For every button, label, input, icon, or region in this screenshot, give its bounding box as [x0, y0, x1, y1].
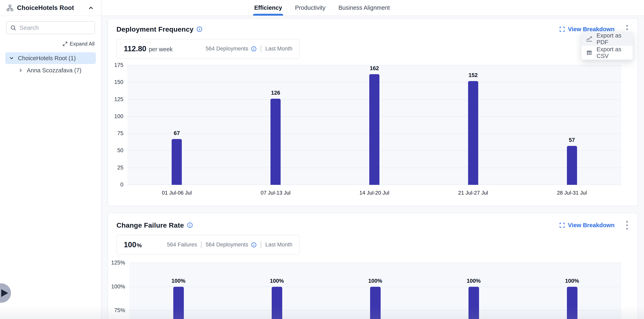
- main-area: Efficiency Productivity Business Alignme…: [102, 0, 644, 319]
- period-label: Last Month: [265, 46, 292, 52]
- chart-bar[interactable]: [468, 287, 479, 319]
- menu-item-export-pdf[interactable]: Export as PDF: [582, 32, 633, 46]
- play-triangle-icon: [1, 289, 8, 297]
- chart-bar[interactable]: [272, 287, 282, 319]
- y-axis-label: 50: [107, 147, 123, 154]
- chart-bar[interactable]: [468, 81, 478, 185]
- org-hierarchy-icon: [6, 4, 14, 12]
- chart-bar[interactable]: [172, 139, 182, 185]
- tree-item-label: ChoiceHotels Root (1): [18, 55, 76, 62]
- chevron-up-icon: [88, 5, 94, 11]
- y-axis-label: 75: [107, 130, 123, 137]
- tab-efficiency[interactable]: Efficiency: [254, 0, 282, 15]
- view-breakdown-button[interactable]: View Breakdown: [559, 222, 614, 229]
- bar-value-label: 100%: [556, 278, 588, 284]
- separator: [261, 45, 261, 52]
- bar-value-label: 67: [160, 130, 193, 136]
- stat-value: 100: [124, 241, 136, 249]
- chart-bar[interactable]: [270, 99, 280, 185]
- bar-value-label: 57: [556, 137, 588, 143]
- bar-value-label: 100%: [162, 278, 195, 284]
- chart-bar[interactable]: [369, 74, 380, 185]
- kebab-menu-button[interactable]: [624, 220, 630, 230]
- stat-unit: per week: [149, 46, 173, 53]
- org-tree: ChoiceHotels Root (1) Anna Scozzafava (7…: [0, 52, 101, 76]
- sidebar-title: ChoiceHotels Root: [17, 4, 74, 11]
- bar-value-label: 100%: [261, 278, 293, 284]
- fullscreen-icon: [559, 222, 565, 228]
- deployment-frequency-card: Deployment Frequency View Breakdown: [108, 18, 638, 206]
- active-tab-underline: [253, 14, 283, 15]
- tab-bar: Efficiency Productivity Business Alignme…: [102, 0, 644, 16]
- content: Deployment Frequency View Breakdown: [102, 16, 644, 319]
- fullscreen-icon: [559, 26, 565, 32]
- chart-bar[interactable]: [567, 287, 578, 319]
- chart-bar[interactable]: [567, 146, 577, 185]
- deployments-count: 564 Deployments: [206, 46, 248, 52]
- gridline: [129, 263, 621, 263]
- table-icon: [586, 49, 592, 56]
- info-icon[interactable]: [187, 222, 193, 228]
- expand-all-label: Expand All: [70, 41, 94, 47]
- sidebar-collapse-button[interactable]: [87, 4, 95, 12]
- y-axis-label: 100%: [109, 284, 125, 290]
- change-failure-rate-card: Change Failure Rate View Breakdown: [108, 213, 638, 319]
- stat-value: 112.80: [124, 44, 146, 53]
- stat-summary: 100 % 564 Failures 564 Deployments Last …: [116, 235, 300, 255]
- x-axis-label: 21 Jul-27 Jul: [441, 190, 506, 196]
- view-breakdown-button[interactable]: View Breakdown: [559, 26, 614, 33]
- tree-item-anna-scozzafava[interactable]: Anna Scozzafava (7): [5, 64, 96, 76]
- y-axis-label: 25: [107, 165, 123, 171]
- tab-business-alignment[interactable]: Business Alignment: [338, 0, 390, 15]
- search-input[interactable]: [20, 24, 91, 31]
- x-axis-label: 07 Jul-13 Jul: [243, 190, 308, 196]
- x-axis-label: 01 Jul-06 Jul: [144, 190, 209, 196]
- chart-bar[interactable]: [370, 287, 381, 319]
- y-axis-label: 0: [107, 182, 123, 188]
- bar-value-label: 100%: [359, 278, 392, 284]
- stat-unit: %: [137, 242, 142, 249]
- card-title: Change Failure Rate: [116, 221, 184, 229]
- menu-item-export-csv[interactable]: Export as CSV: [582, 46, 633, 60]
- tab-productivity[interactable]: Productivity: [294, 0, 326, 15]
- separator: [261, 241, 261, 248]
- y-axis-label: 125: [107, 96, 123, 103]
- chart-bar[interactable]: [173, 287, 184, 319]
- y-axis-label: 100: [107, 113, 123, 120]
- stat-summary: 112.80 per week 564 Deployments Last Mon…: [116, 39, 300, 58]
- bar-value-label: 152: [457, 72, 490, 78]
- gridline: [128, 65, 621, 65]
- search-icon: [10, 25, 16, 31]
- plot-area: [128, 65, 621, 185]
- y-axis-label: 175: [107, 62, 123, 68]
- x-axis-label: 14 Jul-20 Jul: [342, 190, 407, 196]
- export-menu: Export as PDF Export as CSV: [581, 32, 633, 60]
- bar-value-label: 126: [259, 90, 292, 96]
- tree-item-choicehotels-root[interactable]: ChoiceHotels Root (1): [5, 52, 96, 64]
- chevron-right-icon: [18, 68, 23, 73]
- bar-value-label: 162: [358, 65, 390, 71]
- sidebar-header: ChoiceHotels Root: [0, 0, 101, 16]
- info-icon[interactable]: [196, 26, 202, 32]
- sidebar: ChoiceHotels Root Expand All Ch: [0, 0, 102, 319]
- y-axis-label: 150: [107, 79, 123, 85]
- failures-count: 564 Failures: [167, 242, 197, 248]
- expand-arrows-icon: [62, 41, 68, 46]
- info-icon[interactable]: [251, 46, 257, 52]
- card-title: Deployment Frequency: [116, 25, 194, 33]
- chevron-down-icon: [9, 55, 14, 61]
- tree-item-label: Anna Scozzafava (7): [27, 67, 81, 74]
- deployments-count: 564 Deployments: [206, 242, 248, 248]
- expand-all-button[interactable]: Expand All: [62, 41, 94, 47]
- y-axis-label: 75%: [109, 307, 125, 314]
- search-box: [6, 21, 95, 34]
- separator: [201, 241, 202, 248]
- y-axis-label: 125%: [109, 260, 125, 266]
- info-icon[interactable]: [251, 242, 257, 248]
- period-label: Last Month: [265, 242, 292, 248]
- bar-value-label: 100%: [458, 278, 490, 284]
- x-axis-label: 28 Jul-31 Jul: [540, 190, 604, 196]
- plot-area: [129, 263, 621, 319]
- chart-line-plus-icon: [586, 36, 592, 42]
